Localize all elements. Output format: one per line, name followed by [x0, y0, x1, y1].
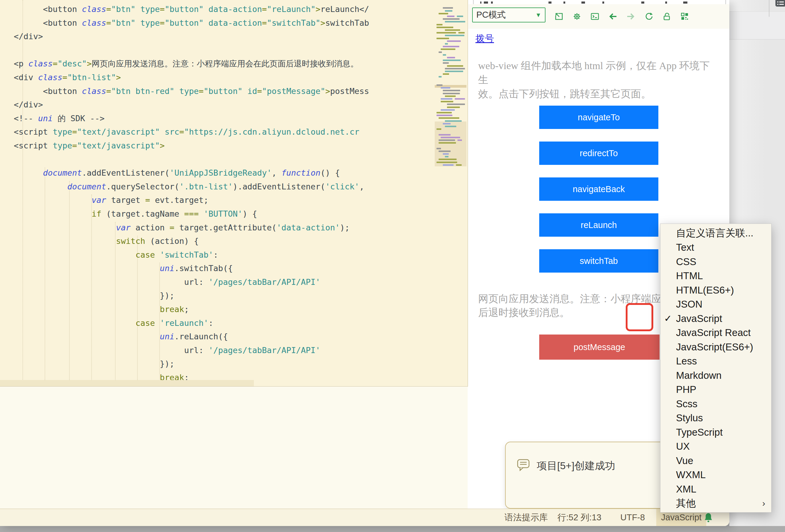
code-line[interactable]: url: '/pages/tabBar/API/API': [14, 275, 369, 289]
code-line[interactable]: <button class="btn" type="button" data-a…: [14, 16, 369, 30]
lock-open-icon[interactable]: [662, 12, 671, 21]
code-line[interactable]: <script type="text/javascript">: [14, 139, 369, 153]
menu-item-javascript-es6-[interactable]: JavaScript(ES6+): [660, 340, 771, 354]
code-line[interactable]: </div>: [14, 98, 369, 112]
cursor-position-status[interactable]: 行:52 列:13: [557, 509, 602, 526]
intro-paragraph: web-view 组件加载本地 html 示例，仅在 App 环境下生 效。点击…: [478, 59, 718, 101]
redirectTo-button[interactable]: redirectTo: [539, 141, 658, 165]
code-text[interactable]: <button class="btn" type="button" data-a…: [0, 2, 369, 387]
menu-item-label: Scss: [676, 398, 698, 409]
menu-item-label: JavaScript: [676, 313, 722, 324]
list-view-icon[interactable]: [776, 0, 785, 7]
url-text-clipped: [665, 1, 667, 4]
code-line[interactable]: url: '/pages/tabBar/API/API': [14, 344, 369, 357]
forward-arrow-icon[interactable]: [626, 12, 635, 21]
menu-item-typescript[interactable]: TypeScript: [660, 425, 771, 440]
minimap-line: [443, 18, 460, 20]
code-line[interactable]: var action = target.getAttribute('data-a…: [14, 221, 369, 235]
menu-item-ux[interactable]: UX: [660, 440, 771, 454]
code-line[interactable]: case 'reLaunch':: [14, 316, 369, 330]
inspect-highlight-box: [626, 303, 653, 331]
menu-item-markdown[interactable]: Markdown: [660, 368, 771, 383]
notification-bell-icon[interactable]: [704, 512, 713, 523]
refresh-icon[interactable]: [644, 12, 653, 21]
code-line[interactable]: </div>: [14, 30, 369, 44]
code-line[interactable]: case 'switchTab':: [14, 248, 369, 262]
qr-grid-icon[interactable]: [680, 12, 689, 21]
post-message-button[interactable]: postMessage: [539, 335, 660, 360]
minimap-line: [443, 164, 454, 166]
terminal-icon[interactable]: [590, 12, 599, 21]
menu-item-php[interactable]: PHP: [660, 383, 771, 397]
menu-item-label: UX: [676, 441, 690, 452]
code-line[interactable]: <script type="text/javascript" src="http…: [14, 125, 369, 139]
encoding-status[interactable]: UTF-8: [621, 509, 645, 526]
code-line[interactable]: uni.switchTab({: [14, 262, 369, 275]
minimap-line: [445, 156, 449, 157]
code-line[interactable]: <button class="btn btn-red" type="button…: [14, 84, 369, 98]
code-line[interactable]: if (target.tagName === 'BUTTON') {: [14, 207, 369, 221]
switchTab-button[interactable]: switchTab: [539, 249, 658, 273]
minimap-line: [441, 101, 453, 102]
code-line[interactable]: document.querySelector('.btn-list').addE…: [14, 180, 369, 193]
menu-item-text[interactable]: Text: [660, 241, 771, 255]
toast-text: 项目[5+]创建成功: [537, 459, 615, 473]
minimap-line: [441, 87, 450, 88]
code-line[interactable]: break;: [14, 302, 369, 316]
code-editor[interactable]: <button class="btn" type="button" data-a…: [0, 0, 468, 387]
menu-item-less[interactable]: Less: [660, 354, 771, 369]
navigateTo-button[interactable]: navigateTo: [539, 106, 658, 129]
menu-item-javascript-react[interactable]: JavaScript React: [660, 326, 771, 340]
menu-item-css[interactable]: CSS: [660, 255, 771, 269]
menu-item-html[interactable]: HTML: [660, 269, 771, 283]
screenshot-stage: <button class="btn" type="button" data-a…: [0, 0, 785, 532]
menu-item-html-es6-[interactable]: HTML(ES6+): [660, 283, 771, 297]
code-line[interactable]: <p class="desc">网页向应用发送消息。注意：小程序端应用会在此页面…: [14, 57, 369, 71]
menu-item-xml[interactable]: XML: [660, 482, 771, 497]
menu-item-javascript[interactable]: ✓JavaScript: [660, 312, 771, 326]
code-line[interactable]: [14, 153, 369, 166]
code-line[interactable]: <button class="btn" type="button" data-a…: [14, 2, 369, 16]
code-line[interactable]: <!-- uni 的 SDK -->: [14, 112, 369, 125]
minimap-line: [436, 112, 452, 113]
menu-item-label: JavaScript React: [676, 327, 751, 339]
minimap-line: [456, 164, 462, 166]
minimap-line: [436, 24, 442, 25]
menu-item-wxml[interactable]: WXML: [660, 468, 771, 482]
console-panel: ages/index/index.vuedev/app/__uniappview…: [0, 387, 467, 509]
code-line[interactable]: });: [14, 289, 369, 302]
minimap-line: [438, 76, 441, 78]
horizontal-scrollbar[interactable]: [0, 380, 254, 386]
code-line[interactable]: document.addEventListener('UniAppJSBridg…: [14, 166, 369, 180]
dial-link[interactable]: 拨号: [476, 32, 494, 45]
minimap[interactable]: [435, 0, 466, 386]
code-line[interactable]: uni.reLaunch({: [14, 330, 369, 344]
device-mode-select[interactable]: PC模式 ▼: [472, 7, 546, 22]
minimap-line: [441, 137, 460, 138]
code-line[interactable]: switch (action) {: [14, 234, 369, 248]
menu-item-label: JSON: [676, 299, 702, 310]
undock-window-icon[interactable]: [555, 12, 563, 21]
menu-item-stylus[interactable]: Stylus: [660, 411, 771, 425]
menu-item-自定义语言关联-[interactable]: 自定义语言关联...: [660, 226, 771, 241]
menu-item-label: WXML: [676, 469, 706, 481]
back-arrow-icon[interactable]: [608, 12, 617, 21]
syntax-library-status[interactable]: 语法提示库: [504, 509, 548, 526]
minimap-line: [455, 98, 465, 100]
reLaunch-button[interactable]: reLaunch: [539, 213, 658, 237]
code-line[interactable]: });: [14, 357, 369, 371]
url-text-clipped: [581, 1, 585, 4]
settings-gear-icon[interactable]: [573, 12, 581, 21]
code-line[interactable]: var target = evt.target;: [14, 193, 369, 207]
menu-item-json[interactable]: JSON: [660, 297, 771, 312]
menu-item-scss[interactable]: Scss: [660, 397, 771, 411]
menu-item-其他[interactable]: 其他›: [660, 497, 771, 511]
code-line[interactable]: <div class="btn-list">: [14, 71, 369, 84]
navigateBack-button[interactable]: navigateBack: [539, 178, 658, 201]
minimap-line: [443, 73, 449, 75]
message-bubble-icon: [516, 458, 530, 472]
menu-item-vue[interactable]: Vue: [660, 454, 771, 468]
minimap-line: [443, 123, 451, 125]
code-line[interactable]: [14, 44, 369, 57]
minimap-line: [445, 96, 456, 97]
